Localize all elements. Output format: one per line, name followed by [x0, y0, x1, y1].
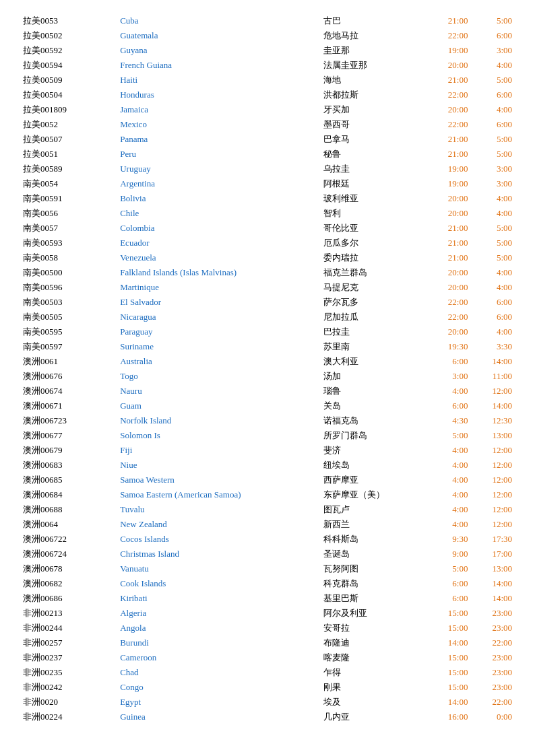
time1-cell: 21:00 — [418, 236, 471, 250]
en-cell: Congo — [117, 680, 320, 695]
table-row: 非洲0020 Egypt 埃及 14:00 22:00 — [20, 695, 515, 710]
code-cell: 拉美00504 — [20, 88, 117, 102]
en-cell: French Guiana — [117, 58, 320, 73]
time2-cell: 14:00 — [470, 591, 515, 606]
table-row: 澳洲00686 Kiribati 基里巴斯 6:00 14:00 — [20, 591, 515, 606]
time1-cell: 21:00 — [418, 132, 471, 147]
time2-cell: 3:00 — [470, 162, 515, 176]
zh-cell: 马提尼克 — [321, 280, 418, 295]
time1-cell: 22:00 — [418, 28, 471, 43]
time1-cell: 3:00 — [418, 369, 471, 384]
time1-cell: 20:00 — [418, 191, 471, 206]
en-cell: Niue — [117, 458, 320, 473]
time1-cell: 19:00 — [418, 176, 471, 191]
time1-cell: 19:00 — [418, 162, 471, 176]
en-cell: Fiji — [117, 443, 320, 458]
en-cell: Panama — [117, 132, 320, 147]
zh-cell: 图瓦卢 — [321, 502, 418, 517]
time1-cell: 22:00 — [418, 310, 471, 324]
en-cell: Bolivia — [117, 191, 320, 206]
table-row: 南美0056 Chile 智利 20:00 4:00 — [20, 206, 515, 221]
time2-cell: 17:30 — [470, 532, 515, 547]
code-cell: 澳洲00671 — [20, 399, 117, 413]
zh-cell: 布隆迪 — [321, 635, 418, 650]
time2-cell: 11:00 — [470, 369, 515, 384]
zh-cell: 苏里南 — [321, 339, 418, 354]
code-cell: 南美0057 — [20, 221, 117, 236]
time2-cell: 22:00 — [470, 695, 515, 710]
zh-cell: 巴拉圭 — [321, 324, 418, 339]
zh-cell: 诺福克岛 — [321, 413, 418, 428]
en-cell: Peru — [117, 147, 320, 162]
time1-cell: 22:00 — [418, 88, 471, 102]
en-cell: Cocos Islands — [117, 532, 320, 547]
time1-cell: 6:00 — [418, 576, 471, 591]
en-cell: Christmas Island — [117, 547, 320, 561]
code-cell: 南美0054 — [20, 176, 117, 191]
time2-cell: 4:00 — [470, 280, 515, 295]
zh-cell: 乍得 — [321, 665, 418, 680]
time1-cell: 20:00 — [418, 280, 471, 295]
en-cell: Colombia — [117, 221, 320, 236]
en-cell: Martinique — [117, 280, 320, 295]
time1-cell: 4:00 — [418, 384, 471, 399]
zh-cell: 科克群岛 — [321, 576, 418, 591]
table-row: 澳洲00688 Tuvalu 图瓦卢 4:00 12:00 — [20, 502, 515, 517]
time1-cell: 6:00 — [418, 354, 471, 369]
code-cell: 澳洲00685 — [20, 473, 117, 487]
time1-cell: 15:00 — [418, 650, 471, 665]
en-cell: Uruguay — [117, 162, 320, 176]
zh-cell: 巴拿马 — [321, 132, 418, 147]
code-cell: 非洲00257 — [20, 635, 117, 650]
time2-cell: 23:00 — [470, 606, 515, 621]
time1-cell: 20:00 — [418, 102, 471, 117]
code-cell: 澳洲00682 — [20, 576, 117, 591]
table-row: 澳洲00684 Samoa Eastern (American Samoa) 东… — [20, 487, 515, 502]
en-cell: Samoa Eastern (American Samoa) — [117, 487, 320, 502]
table-row: 拉美00502 Guatemala 危地马拉 22:00 6:00 — [20, 28, 515, 43]
table-row: 南美00505 Nicaragua 尼加拉瓜 22:00 6:00 — [20, 310, 515, 324]
table-row: 南美0057 Colombia 哥伦比亚 21:00 5:00 — [20, 221, 515, 236]
country-table: 拉美0053 Cuba 古巴 21:00 5:00 拉美00502 Guatem… — [20, 13, 515, 724]
time2-cell: 12:30 — [470, 413, 515, 428]
zh-cell: 牙买加 — [321, 102, 418, 117]
time1-cell: 5:00 — [418, 561, 471, 576]
table-row: 非洲00213 Algeria 阿尔及利亚 15:00 23:00 — [20, 606, 515, 621]
code-cell: 拉美0053 — [20, 13, 117, 28]
time1-cell: 5:00 — [418, 428, 471, 443]
time2-cell: 5:00 — [470, 236, 515, 250]
code-cell: 拉美00502 — [20, 28, 117, 43]
time2-cell: 4:00 — [470, 265, 515, 280]
time2-cell: 6:00 — [470, 295, 515, 310]
en-cell: Paraguay — [117, 324, 320, 339]
time1-cell: 20:00 — [418, 206, 471, 221]
time1-cell: 20:00 — [418, 58, 471, 73]
en-cell: Nicaragua — [117, 310, 320, 324]
table-row: 澳洲00679 Fiji 斐济 4:00 12:00 — [20, 443, 515, 458]
time2-cell: 12:00 — [470, 502, 515, 517]
time2-cell: 23:00 — [470, 665, 515, 680]
time2-cell: 12:00 — [470, 458, 515, 473]
en-cell: Australia — [117, 354, 320, 369]
table-row: 南美00593 Ecuador 厄瓜多尔 21:00 5:00 — [20, 236, 515, 250]
time2-cell: 17:00 — [470, 547, 515, 561]
en-cell: Haiti — [117, 73, 320, 88]
en-cell: Tuvalu — [117, 502, 320, 517]
table-row: 澳洲0061 Australia 澳大利亚 6:00 14:00 — [20, 354, 515, 369]
code-cell: 澳洲00684 — [20, 487, 117, 502]
zh-cell: 瓦努阿图 — [321, 561, 418, 576]
time1-cell: 21:00 — [418, 73, 471, 88]
en-cell: Jamaica — [117, 102, 320, 117]
code-cell: 非洲0020 — [20, 695, 117, 710]
time2-cell: 5:00 — [470, 250, 515, 265]
zh-cell: 乌拉圭 — [321, 162, 418, 176]
code-cell: 澳洲00676 — [20, 369, 117, 384]
code-cell: 南美00591 — [20, 191, 117, 206]
table-row: 南美00503 El Salvador 萨尔瓦多 22:00 6:00 — [20, 295, 515, 310]
zh-cell: 阿尔及利亚 — [321, 606, 418, 621]
time1-cell: 6:00 — [418, 399, 471, 413]
table-row: 澳洲00678 Vanuatu 瓦努阿图 5:00 13:00 — [20, 561, 515, 576]
zh-cell: 海地 — [321, 73, 418, 88]
en-cell: Guinea — [117, 710, 320, 724]
time1-cell: 15:00 — [418, 621, 471, 635]
